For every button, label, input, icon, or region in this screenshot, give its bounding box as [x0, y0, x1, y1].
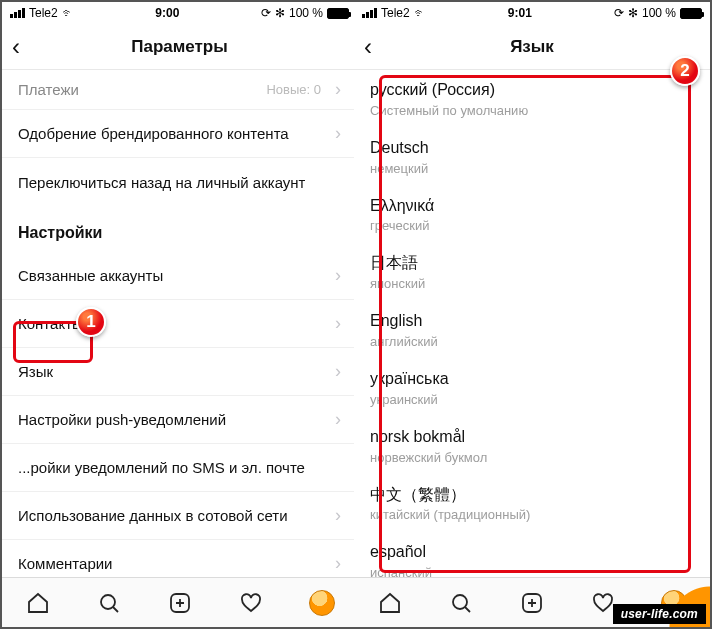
- heart-icon[interactable]: [237, 589, 265, 617]
- list-item[interactable]: Связанные аккаунты ›: [2, 252, 357, 300]
- row-meta: Новые: 0: [266, 82, 321, 97]
- phone-settings: Tele2 ᯤ 9:00 ⟳ ✻ 100 % ‹ Параметры Плате…: [2, 2, 358, 627]
- back-button[interactable]: ‹: [12, 33, 20, 61]
- page-title: Язык: [510, 37, 554, 57]
- list-item[interactable]: Одобрение брендированного контента ›: [2, 110, 357, 158]
- status-time: 9:00: [155, 6, 179, 20]
- profile-avatar[interactable]: [308, 589, 336, 617]
- phone-language: Tele2 ᯤ 9:01 ⟳ ✻ 100 % ‹ Язык русский (Р…: [354, 2, 710, 627]
- status-bar: Tele2 ᯤ 9:01 ⟳ ✻ 100 %: [354, 2, 710, 24]
- carrier-label: Tele2: [381, 6, 410, 20]
- home-icon[interactable]: [376, 589, 404, 617]
- carrier-label: Tele2: [29, 6, 58, 20]
- list-item[interactable]: Контакты ›: [2, 300, 357, 348]
- language-option[interactable]: русский (Россия)Системный по умолчанию: [354, 70, 710, 128]
- page-title: Параметры: [131, 37, 228, 57]
- chevron-right-icon: ›: [335, 553, 341, 574]
- language-name: Deutsch: [370, 138, 694, 159]
- language-option[interactable]: 日本語японский: [354, 243, 710, 301]
- battery-icon: [327, 8, 349, 19]
- row-label: Комментарии: [18, 555, 112, 572]
- chevron-right-icon: ›: [335, 79, 341, 100]
- status-time: 9:01: [508, 6, 532, 20]
- row-label: Язык: [18, 363, 53, 380]
- wifi-icon: ᯤ: [414, 6, 426, 20]
- language-subtitle: Системный по умолчанию: [370, 103, 694, 118]
- language-subtitle: английский: [370, 334, 694, 349]
- language-option[interactable]: українськаукраинский: [354, 359, 710, 417]
- language-option[interactable]: 中文（繁體）китайский (традиционный): [354, 475, 710, 533]
- row-label: Одобрение брендированного контента: [18, 125, 289, 142]
- chevron-right-icon: ›: [335, 361, 341, 382]
- language-subtitle: греческий: [370, 218, 694, 233]
- svg-point-0: [101, 595, 115, 609]
- svg-point-2: [453, 595, 467, 609]
- section-header: Настройки: [2, 206, 357, 252]
- language-name: 中文（繁體）: [370, 485, 694, 506]
- language-list[interactable]: русский (Россия)Системный по умолчаниюDe…: [354, 70, 710, 577]
- language-name: español: [370, 542, 694, 563]
- language-name: norsk bokmål: [370, 427, 694, 448]
- add-post-icon[interactable]: [518, 589, 546, 617]
- list-item[interactable]: ...ройки уведомлений по SMS и эл. почте: [2, 444, 357, 492]
- battery-icon: [680, 8, 702, 19]
- orientation-lock-icon: ⟳: [614, 6, 624, 20]
- row-label: ...ройки уведомлений по SMS и эл. почте: [18, 459, 305, 476]
- nav-bar: ‹ Язык: [354, 24, 710, 70]
- language-subtitle: норвежский букмол: [370, 450, 694, 465]
- search-icon[interactable]: [447, 589, 475, 617]
- chevron-right-icon: ›: [335, 313, 341, 334]
- list-item[interactable]: Комментарии ›: [2, 540, 357, 577]
- orientation-lock-icon: ⟳: [261, 6, 271, 20]
- language-name: русский (Россия): [370, 80, 694, 101]
- row-label: Контакты: [18, 315, 83, 332]
- language-option[interactable]: Englishанглийский: [354, 301, 710, 359]
- language-subtitle: испанский: [370, 565, 694, 577]
- language-subtitle: китайский (традиционный): [370, 507, 694, 522]
- watermark: user-life.com: [613, 604, 706, 624]
- row-label: Настройки push-уведомлений: [18, 411, 226, 428]
- language-subtitle: японский: [370, 276, 694, 291]
- language-option[interactable]: Ελληνικάгреческий: [354, 186, 710, 244]
- language-name: Ελληνικά: [370, 196, 694, 217]
- list-item[interactable]: Платежи Новые: 0 ›: [2, 70, 357, 110]
- list-item-language[interactable]: Язык ›: [2, 348, 357, 396]
- home-icon[interactable]: [24, 589, 52, 617]
- language-name: українська: [370, 369, 694, 390]
- signal-icon: [10, 8, 25, 18]
- row-label: Платежи: [18, 81, 79, 98]
- battery-label: 100 %: [642, 6, 676, 20]
- language-name: 日本語: [370, 253, 694, 274]
- list-item[interactable]: Настройки push-уведомлений ›: [2, 396, 357, 444]
- status-bar: Tele2 ᯤ 9:00 ⟳ ✻ 100 %: [2, 2, 357, 24]
- battery-label: 100 %: [289, 6, 323, 20]
- signal-icon: [362, 8, 377, 18]
- list-item[interactable]: Переключиться назад на личный аккаунт: [2, 158, 357, 206]
- search-icon[interactable]: [95, 589, 123, 617]
- back-button[interactable]: ‹: [364, 33, 372, 61]
- settings-list[interactable]: Платежи Новые: 0 › Одобрение брендирован…: [2, 70, 357, 577]
- language-option[interactable]: norsk bokmålнорвежский букмол: [354, 417, 710, 475]
- row-label: Переключиться назад на личный аккаунт: [18, 174, 305, 191]
- chevron-right-icon: ›: [335, 265, 341, 286]
- language-option[interactable]: españolиспанский: [354, 532, 710, 577]
- row-label: Связанные аккаунты: [18, 267, 163, 284]
- language-subtitle: немецкий: [370, 161, 694, 176]
- language-subtitle: украинский: [370, 392, 694, 407]
- chevron-right-icon: ›: [335, 123, 341, 144]
- row-label: Использование данных в сотовой сети: [18, 507, 288, 524]
- add-post-icon[interactable]: [166, 589, 194, 617]
- tab-bar: [2, 577, 357, 627]
- bluetooth-icon: ✻: [628, 6, 638, 20]
- language-option[interactable]: Deutschнемецкий: [354, 128, 710, 186]
- bluetooth-icon: ✻: [275, 6, 285, 20]
- chevron-right-icon: ›: [335, 409, 341, 430]
- language-name: English: [370, 311, 694, 332]
- nav-bar: ‹ Параметры: [2, 24, 357, 70]
- list-item[interactable]: Использование данных в сотовой сети ›: [2, 492, 357, 540]
- chevron-right-icon: ›: [335, 505, 341, 526]
- wifi-icon: ᯤ: [62, 6, 74, 20]
